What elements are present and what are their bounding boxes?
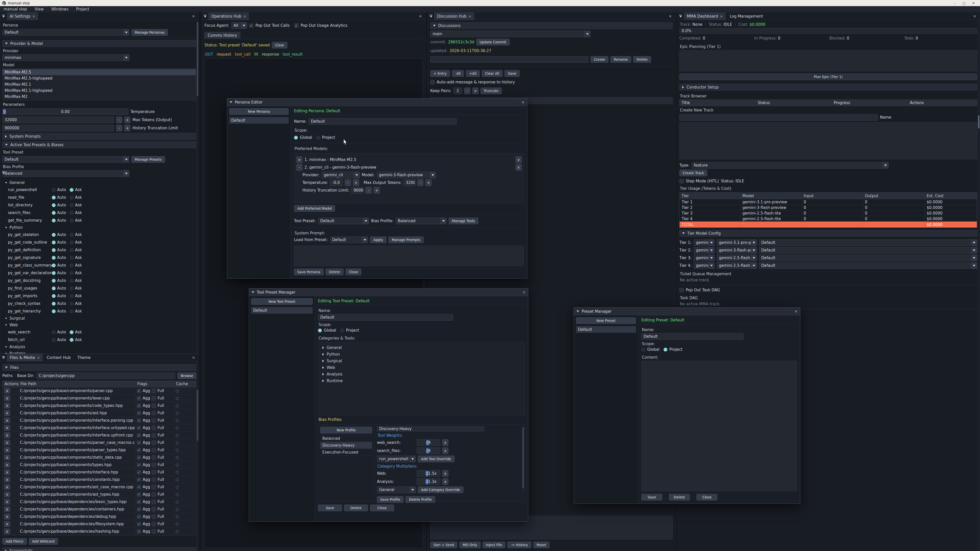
tab-theme[interactable]: Theme [75, 354, 93, 361]
ask-radio[interactable] [70, 248, 73, 252]
remove-multiplier-button[interactable]: x [442, 470, 449, 477]
bias-profile-item[interactable]: Execution-Focused [320, 449, 372, 456]
tool-group-header[interactable]: Python [5, 224, 196, 231]
persona-editor-titlebar[interactable]: Persona Editor ✕ [227, 98, 527, 106]
full-checkbox[interactable] [151, 507, 156, 511]
temperature-slider[interactable]: 0.00 [2, 108, 128, 115]
agg-checkbox[interactable]: ✓ [137, 507, 141, 511]
category-row[interactable]: Runtime [322, 378, 523, 384]
remove-file-button[interactable]: x [4, 395, 10, 401]
popout-usage-checkbox[interactable]: ✓ [294, 24, 299, 28]
ask-radio[interactable] [70, 294, 73, 298]
remove-file-button[interactable]: x [4, 484, 10, 490]
remove-file-button[interactable]: x [4, 432, 10, 438]
clear-status-button[interactable]: Clear [272, 42, 287, 48]
agg-checkbox[interactable]: ✓ [137, 426, 141, 430]
tier-provider-select[interactable]: gemini [694, 254, 714, 261]
bias-profile-select[interactable]: Balanced [396, 218, 447, 224]
base-dir-input[interactable]: C:/projects/gencpp [37, 372, 176, 379]
multiplier-slider[interactable]: 1.5x [417, 470, 440, 477]
tier-provider-select[interactable]: gemini [694, 262, 714, 269]
manage-presets-button[interactable]: Manage Presets [131, 156, 165, 163]
bias-profile-item[interactable]: Balanced [320, 435, 372, 442]
auto-radio[interactable] [52, 211, 56, 215]
auto-radio[interactable] [52, 248, 56, 252]
agg-checkbox[interactable]: ✓ [137, 485, 141, 489]
persona-name-input[interactable]: Default [309, 118, 457, 125]
provider-select[interactable]: minimax [2, 54, 129, 61]
scrollbar[interactable] [977, 21, 980, 551]
category-override-select[interactable]: General [377, 486, 416, 493]
discussions-header[interactable]: Discussions [430, 22, 673, 29]
scope-global-radio[interactable] [641, 348, 645, 351]
tool-preset-select[interactable]: Default [2, 156, 129, 163]
agg-checkbox[interactable]: ✓ [137, 403, 141, 408]
ask-radio[interactable] [70, 310, 73, 313]
close-tab-icon[interactable]: ✕ [32, 14, 35, 18]
tier-model-select[interactable]: gemini-3-flash-preview [717, 247, 757, 254]
auto-radio[interactable] [52, 279, 56, 283]
auto-radio[interactable] [52, 302, 56, 306]
full-checkbox[interactable] [151, 396, 156, 400]
full-checkbox[interactable] [151, 441, 156, 445]
preset-content-textarea[interactable] [641, 361, 797, 491]
tier-preset-select[interactable]: Default [759, 239, 977, 246]
ask-radio[interactable] [70, 233, 73, 237]
model-list-item[interactable]: MiniMax-M2.5-highspeed [3, 75, 196, 81]
remove-file-button[interactable]: x [4, 425, 10, 430]
scope-project-radio[interactable] [316, 136, 320, 140]
epic-planning-textarea[interactable] [679, 50, 977, 71]
tier-model-select[interactable]: gemini-2.5-flash-lite [717, 254, 757, 261]
full-checkbox[interactable] [151, 389, 156, 393]
bias-profile-select[interactable]: Balanced [2, 170, 129, 177]
ask-radio[interactable] [70, 256, 73, 260]
model-list-item[interactable]: MiniMax-M2.1-highspeed [3, 87, 196, 94]
close-button[interactable]: Close [345, 268, 361, 275]
full-checkbox[interactable] [151, 463, 156, 467]
paths-label[interactable]: Paths [2, 373, 13, 378]
agg-checkbox[interactable]: ✓ [137, 478, 141, 482]
scope-global-radio[interactable] [318, 329, 322, 332]
step-mode-checkbox[interactable] [679, 179, 684, 183]
remove-file-button[interactable]: x [4, 403, 10, 408]
ask-radio[interactable] [70, 271, 73, 275]
keep-pairs-input[interactable]: 2 [453, 87, 462, 94]
tool-group-header[interactable]: Web [5, 322, 196, 328]
category-row[interactable]: Python [322, 351, 523, 358]
close-icon[interactable]: ✕ [522, 100, 525, 104]
temp-increment[interactable]: + [353, 179, 359, 186]
tab-comms-history[interactable]: Comms History [204, 32, 240, 38]
composer-button[interactable]: -> History [508, 541, 531, 548]
ask-radio[interactable] [70, 219, 73, 222]
manage-tools-button[interactable]: Manage Tools [449, 218, 478, 224]
chevron-expanded-icon[interactable] [251, 291, 254, 293]
ask-radio[interactable] [70, 196, 73, 200]
rename-discussion-button[interactable]: Rename [611, 56, 631, 63]
slider-thumb[interactable] [426, 448, 429, 453]
chevron-expanded-icon[interactable] [230, 101, 232, 103]
popout-tool-calls-checkbox[interactable]: ✓ [249, 24, 253, 28]
active-tools-header[interactable]: Active Tool Presets & Biases [2, 141, 196, 148]
max-tokens-decrement[interactable]: - [116, 117, 122, 123]
tier-preset-select[interactable]: Default [759, 262, 977, 269]
save-button[interactable]: Save [318, 505, 342, 511]
history-decrement[interactable]: - [366, 187, 372, 194]
tool-override-select[interactable]: run_powershell [377, 456, 416, 462]
tool-group-header[interactable]: Analysis [5, 344, 196, 350]
max-output-decrement[interactable]: - [417, 179, 423, 186]
minimize-icon[interactable]: – [954, 1, 956, 5]
remove-file-button[interactable]: x [4, 469, 10, 475]
conductor-setup-header[interactable]: Conductor Setup [679, 84, 977, 91]
agg-checkbox[interactable]: ✓ [137, 396, 141, 400]
history-increment[interactable]: + [374, 187, 380, 194]
tier-model-select[interactable]: gemini-3.1-pro-preview [717, 239, 757, 246]
delete-discussion-button[interactable]: Delete [633, 56, 651, 63]
menu-item[interactable]: View [35, 7, 44, 11]
agg-checkbox[interactable]: ✓ [137, 389, 141, 393]
save-profile-button[interactable]: Save Profile [377, 496, 404, 503]
browse-button[interactable]: Browse [177, 372, 197, 379]
screenshots-header[interactable]: Screenshots [2, 547, 197, 551]
auto-radio[interactable] [52, 241, 56, 245]
manage-personas-button[interactable]: Manage Personas [131, 29, 168, 36]
tab-mma-dashboard[interactable]: MMA Dashboard ✕ [684, 13, 725, 20]
